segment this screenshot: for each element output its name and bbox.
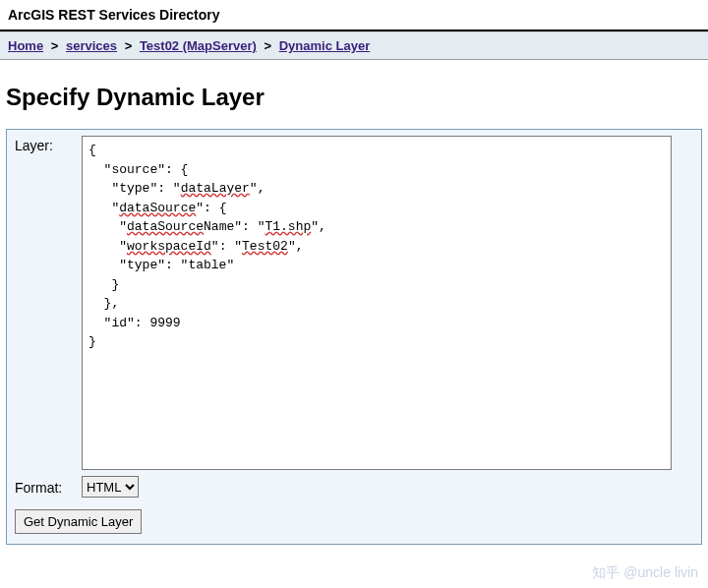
breadcrumb: Home > services > Test02 (MapServer) > D… xyxy=(0,31,708,60)
layer-textarea[interactable]: { ″source″: { ″type″: ″dataLayer″, ″data… xyxy=(82,136,672,470)
breadcrumb-dynamic-layer[interactable]: Dynamic Layer xyxy=(279,38,371,53)
layer-row: Layer: { ″source″: { ″type″: ″dataLayer″… xyxy=(15,136,693,470)
breadcrumb-home[interactable]: Home xyxy=(8,38,43,53)
app-header: ArcGIS REST Services Directory xyxy=(0,0,708,31)
app-title: ArcGIS REST Services Directory xyxy=(8,7,220,23)
breadcrumb-mapserver[interactable]: Test02 (MapServer) xyxy=(140,38,257,53)
layer-label: Layer: xyxy=(15,136,82,153)
format-select[interactable]: HTML xyxy=(82,476,139,498)
page-title: Specify Dynamic Layer xyxy=(6,84,702,111)
breadcrumb-services[interactable]: services xyxy=(66,38,117,53)
breadcrumb-sep: > xyxy=(125,38,133,53)
breadcrumb-sep: > xyxy=(264,38,271,53)
format-label: Format: xyxy=(15,478,82,496)
format-row: Format: HTML xyxy=(15,476,693,498)
breadcrumb-sep: > xyxy=(51,38,59,53)
page-content: Specify Dynamic Layer Layer: { ″source″:… xyxy=(0,60,708,555)
get-dynamic-layer-button[interactable]: Get Dynamic Layer xyxy=(15,509,142,534)
form-box: Layer: { ″source″: { ″type″: ″dataLayer″… xyxy=(6,129,702,545)
